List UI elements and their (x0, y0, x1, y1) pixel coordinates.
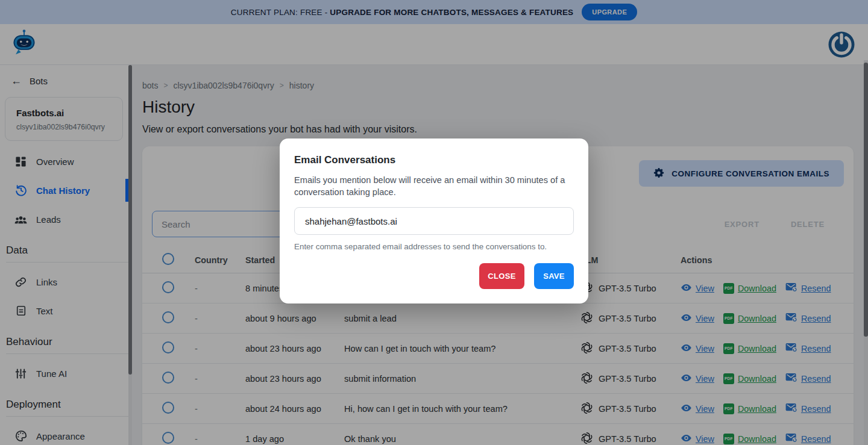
app: CURRENT PLAN: FREE - UPGRADE FOR MORE CH… (0, 0, 868, 445)
close-button[interactable]: CLOSE (479, 263, 524, 289)
modal-description: Emails you mention below will receive an… (294, 174, 567, 198)
email-addresses-input[interactable] (294, 207, 574, 235)
modal-title: Email Conversations (294, 154, 574, 166)
email-conversations-modal: Email Conversations Emails you mention b… (280, 138, 588, 303)
modal-helper-text: Enter comma separated email addresses to… (294, 242, 574, 251)
modal-buttons: CLOSE SAVE (294, 263, 574, 289)
save-button[interactable]: SAVE (534, 263, 574, 289)
